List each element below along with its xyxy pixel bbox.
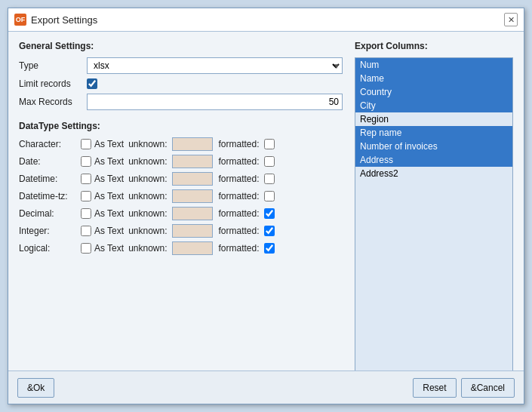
dt-formatted-label-datetime: formatted: xyxy=(219,174,260,184)
dt-date-label: Date: xyxy=(19,156,78,167)
app-icon: OF xyxy=(14,14,26,26)
export-col-address2[interactable]: Address2 xyxy=(355,167,512,180)
dt-formatted-label-logical: formatted: xyxy=(219,243,260,254)
dt-character-astext-cb[interactable] xyxy=(81,139,91,149)
dt-astext-label-datetimetz: As Text xyxy=(94,191,124,201)
dt-formatted-label-datetimetz: formatted: xyxy=(219,191,260,201)
export-col-numinvoices[interactable]: Number of invoices xyxy=(355,140,512,153)
limit-records-checkbox[interactable] xyxy=(87,78,97,89)
export-col-city[interactable]: City xyxy=(355,99,512,112)
dt-unknown-label-decimal: unknown: xyxy=(128,208,167,219)
dt-astext-label-datetime: As Text xyxy=(94,174,124,184)
export-col-repname[interactable]: Rep name xyxy=(355,126,512,140)
dt-date-astext-cb[interactable] xyxy=(81,156,91,167)
footer: &Ok Reset &Cancel xyxy=(8,370,524,404)
dt-unknown-input-date[interactable] xyxy=(172,155,213,168)
ok-button[interactable]: &Ok xyxy=(17,378,54,398)
title-bar: OF Export Settings ✕ xyxy=(8,8,524,32)
dt-integer-label: Integer: xyxy=(19,226,78,236)
right-panel: Export Columns: Num Name Country City Re… xyxy=(355,41,513,358)
export-col-region[interactable]: Region xyxy=(355,112,512,126)
dt-formatted-cb-logical[interactable] xyxy=(264,243,275,254)
limit-records-row: Limit records xyxy=(19,78,343,89)
dt-formatted-label-decimal: formatted: xyxy=(219,208,260,219)
dt-astext-label-integer: As Text xyxy=(94,226,124,236)
close-button[interactable]: ✕ xyxy=(504,13,518,26)
datatype-settings-label: DataType Settings: xyxy=(19,121,343,131)
dt-unknown-label-integer: unknown: xyxy=(128,226,167,236)
dt-astext-label-char: As Text xyxy=(94,139,124,149)
dt-row-logical: Logical: As Text unknown: formatted: xyxy=(19,241,343,255)
dt-character-label: Character: xyxy=(19,139,78,149)
title-bar-left: OF Export Settings xyxy=(14,14,97,26)
dt-unknown-label-date: unknown: xyxy=(128,156,167,167)
dt-formatted-label-char: formatted: xyxy=(219,139,260,149)
dt-decimal-label: Decimal: xyxy=(19,208,78,219)
left-panel: General Settings: Type xlsx csv json xml… xyxy=(19,41,343,358)
dt-formatted-cb-char[interactable] xyxy=(264,139,275,149)
dt-unknown-label-char: unknown: xyxy=(128,139,167,149)
dt-row-character: Character: As Text unknown: formatted: xyxy=(19,137,343,151)
footer-left: &Ok xyxy=(17,378,54,398)
dt-logical-astext-cb[interactable] xyxy=(81,243,91,254)
dt-unknown-label-logical: unknown: xyxy=(128,243,167,254)
dt-decimal-astext-cb[interactable] xyxy=(81,208,91,219)
content-area: General Settings: Type xlsx csv json xml… xyxy=(8,32,524,367)
dt-formatted-label-integer: formatted: xyxy=(219,226,260,236)
dt-formatted-label-date: formatted: xyxy=(219,156,260,167)
dt-datetimetz-label: Datetime-tz: xyxy=(19,191,78,201)
dt-astext-label-decimal: As Text xyxy=(94,208,124,219)
export-col-country[interactable]: Country xyxy=(355,85,512,99)
datatype-section: DataType Settings: Character: As Text un… xyxy=(19,121,343,255)
cancel-button[interactable]: &Cancel xyxy=(461,378,515,398)
dt-formatted-cb-datetimetz[interactable] xyxy=(264,191,275,201)
dt-datetime-astext-cb[interactable] xyxy=(81,174,91,184)
dt-logical-label: Logical: xyxy=(19,243,78,254)
dt-astext-label-date: As Text xyxy=(94,156,124,167)
dt-formatted-cb-integer[interactable] xyxy=(264,226,275,236)
reset-button[interactable]: Reset xyxy=(413,378,456,398)
export-columns-listbox[interactable]: Num Name Country City Region Rep name Nu… xyxy=(355,57,513,374)
dt-row-datetime: Datetime: As Text unknown: formatted: xyxy=(19,172,343,186)
export-col-address[interactable]: Address xyxy=(355,153,512,167)
dt-unknown-input-decimal[interactable] xyxy=(172,207,213,220)
dt-unknown-input-integer[interactable] xyxy=(172,224,213,238)
dt-formatted-cb-date[interactable] xyxy=(264,156,275,167)
dt-astext-label-logical: As Text xyxy=(94,243,124,254)
dt-unknown-input-logical[interactable] xyxy=(172,241,213,255)
max-records-label: Max Records xyxy=(19,97,87,107)
dt-row-date: Date: As Text unknown: formatted: xyxy=(19,155,343,168)
dt-row-integer: Integer: As Text unknown: formatted: xyxy=(19,224,343,238)
dt-formatted-cb-decimal[interactable] xyxy=(264,208,275,219)
dt-unknown-label-datetimetz: unknown: xyxy=(128,191,167,201)
type-select[interactable]: xlsx csv json xml xyxy=(87,57,343,74)
dt-row-decimal: Decimal: As Text unknown: formatted: xyxy=(19,207,343,220)
export-col-name[interactable]: Name xyxy=(355,72,512,85)
dt-unknown-input-char[interactable] xyxy=(172,137,213,151)
dt-datetimetz-astext-cb[interactable] xyxy=(81,191,91,201)
export-col-num[interactable]: Num xyxy=(355,58,512,72)
max-records-row: Max Records xyxy=(19,94,343,110)
type-row: Type xlsx csv json xml ▼ xyxy=(19,57,343,74)
export-columns-label: Export Columns: xyxy=(355,41,513,51)
dt-unknown-label-datetime: unknown: xyxy=(128,174,167,184)
general-settings-label: General Settings: xyxy=(19,41,343,51)
type-select-wrapper: xlsx csv json xml ▼ xyxy=(87,57,343,74)
dt-integer-astext-cb[interactable] xyxy=(81,226,91,236)
dt-formatted-cb-datetime[interactable] xyxy=(264,174,275,184)
dialog-title: Export Settings xyxy=(31,14,97,26)
type-label: Type xyxy=(19,60,87,71)
limit-records-label: Limit records xyxy=(19,78,87,89)
dt-row-datetimetz: Datetime-tz: As Text unknown: formatted: xyxy=(19,189,343,203)
dt-unknown-input-datetime[interactable] xyxy=(172,172,213,186)
export-columns-list-wrapper: Num Name Country City Region Rep name Nu… xyxy=(355,57,513,374)
dt-unknown-input-datetimetz[interactable] xyxy=(172,189,213,203)
max-records-input[interactable] xyxy=(87,94,343,110)
footer-right: Reset &Cancel xyxy=(413,378,515,398)
dt-datetime-label: Datetime: xyxy=(19,174,78,184)
export-settings-dialog: OF Export Settings ✕ General Settings: T… xyxy=(8,8,524,404)
